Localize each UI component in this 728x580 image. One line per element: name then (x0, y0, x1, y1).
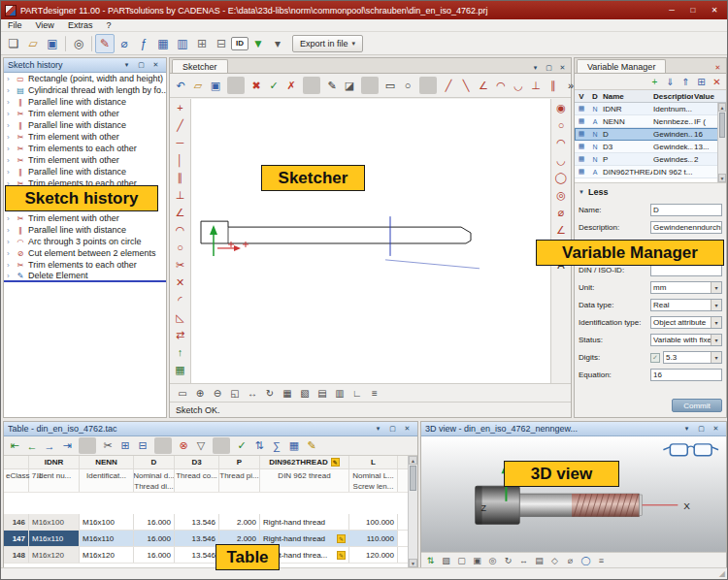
panel-menu-icon[interactable]: ▾ (120, 60, 133, 71)
formula-icon[interactable]: ƒ (134, 34, 153, 53)
parallel-line-tool-icon[interactable]: ∥ (172, 169, 189, 186)
panel-menu-icon[interactable]: ▾ (680, 424, 693, 435)
history-item[interactable]: › ∥ Parallel line with distance (4, 166, 166, 177)
export-in-file-button[interactable]: Export in file ▾ (292, 35, 363, 52)
pan-3d-icon[interactable]: ↔ (516, 554, 531, 567)
col-din962thread[interactable]: DIN962THREAD ✎ (260, 456, 349, 468)
undo-icon[interactable]: ↶ (172, 77, 189, 94)
grid-snap-icon[interactable]: ▦ (172, 361, 189, 378)
equation-input[interactable]: 16 (650, 369, 722, 381)
variable-row[interactable]: ▦ N IDNR Identnum... (575, 103, 726, 115)
arc-3p-tool-icon[interactable]: ◡ (510, 77, 527, 94)
float-panel-icon[interactable]: ▢ (695, 424, 708, 435)
trim-element-tool-icon[interactable]: ✂ (172, 256, 189, 274)
scrollbar-thumb[interactable] (719, 113, 725, 138)
last-row-icon[interactable]: ⇥ (58, 437, 76, 454)
cut-icon[interactable]: ✂ (99, 437, 116, 454)
zoom-out-icon[interactable]: ⊖ (209, 385, 226, 402)
col-idnr[interactable]: IDNR (29, 456, 80, 468)
status-select[interactable]: Variable with fixed values ▾ (650, 334, 722, 346)
delete-row-icon[interactable]: ⊗ (175, 437, 192, 454)
open-folder-icon[interactable]: ▱ (23, 34, 43, 53)
circle-2p-icon[interactable]: ○ (552, 116, 570, 134)
resize-grip-icon[interactable]: ◢ (719, 569, 725, 578)
table-row[interactable]: 147 M16x110 M16x110 16.000 13.546 2.000 … (4, 531, 408, 547)
edit-mode-icon[interactable]: ✎ (303, 437, 320, 454)
tab-sketcher[interactable]: Sketcher (172, 59, 228, 73)
diameter-dimension-icon[interactable]: ⌀ (552, 204, 570, 221)
history-item[interactable]: › ⊘ Cut element between 2 elements (4, 247, 166, 259)
add-variable-icon[interactable]: + (647, 75, 662, 89)
arc-tool-icon[interactable]: ◠ (492, 77, 510, 94)
arc-center-tool-icon[interactable]: ◠ (172, 221, 189, 239)
zoom-in-icon[interactable]: ⊕ (191, 385, 209, 402)
snap-toggle-icon[interactable]: ▧ (296, 385, 314, 402)
scroll-up-icon[interactable]: ▲ (409, 456, 417, 465)
float-panel-icon[interactable]: ▢ (386, 424, 399, 435)
col-nenn[interactable]: NENN (80, 456, 134, 468)
ruler-icon[interactable]: ▤ (314, 385, 331, 402)
scroll-down-icon[interactable]: ▼ (718, 174, 726, 182)
sketcher-mode-icon[interactable]: ✎ (95, 34, 115, 53)
col-p[interactable]: P (219, 456, 260, 468)
circle-center-tool-icon[interactable]: ○ (172, 239, 189, 256)
scrollbar-thumb[interactable] (410, 466, 416, 491)
tab-variable-manager[interactable]: Variable Manager (577, 59, 666, 73)
angle-dimension-icon[interactable]: ∠ (552, 221, 570, 239)
settings-3d-icon[interactable]: ≡ (594, 554, 609, 567)
circle-tool-icon[interactable]: ○ (399, 77, 416, 94)
menu-help[interactable]: ? (99, 19, 117, 32)
save-sketch-icon[interactable]: ▣ (207, 77, 224, 94)
measure-3d-icon[interactable]: ⌀ (563, 554, 578, 567)
split-element-tool-icon[interactable]: ✕ (172, 274, 189, 291)
data-type-select[interactable]: Real ▾ (650, 299, 722, 311)
3d-viewport[interactable]: Z X (421, 436, 726, 552)
dimension-icon[interactable]: ⌀ (115, 34, 134, 53)
shaded-icon[interactable]: ▣ (470, 554, 484, 567)
history-item[interactable]: › ✂ Trim elements to each other (4, 259, 166, 271)
scroll-down-icon[interactable]: ▼ (409, 559, 417, 567)
grid-view-icon[interactable]: ▦ (153, 34, 173, 53)
rotate-3d-icon[interactable]: ↻ (501, 554, 515, 567)
copy-variable-icon[interactable]: ⊞ (694, 75, 709, 89)
close-panel-icon[interactable]: ✕ (149, 60, 162, 71)
copy-icon[interactable]: ⊞ (116, 437, 134, 454)
link-icon[interactable]: ⊞ (192, 34, 212, 53)
identification-type-select[interactable]: Object attribute ▾ (650, 316, 722, 329)
history-item[interactable]: › ✎ Delete Element (4, 271, 166, 282)
chamfer-tool-icon[interactable]: ◺ (172, 308, 189, 326)
panel-menu-icon[interactable]: ▾ (372, 424, 384, 435)
menu-file[interactable]: File (1, 19, 29, 32)
export-variables-icon[interactable]: ⇑ (678, 75, 693, 89)
zoom-window-icon[interactable]: ◱ (226, 385, 244, 402)
accept-dropdown-icon[interactable]: ▼ (248, 34, 268, 53)
table-scrollbar[interactable]: ▲ ▼ (408, 456, 417, 567)
history-item[interactable]: › ✂ Trim element with other (4, 131, 166, 143)
name-input[interactable]: D (650, 204, 722, 216)
close-panel-icon[interactable]: ✕ (710, 424, 722, 435)
parallel-tool-icon[interactable]: ∥ (545, 77, 562, 94)
sum-icon[interactable]: ∑ (268, 437, 285, 454)
line-tool-icon[interactable]: ╱ (440, 77, 457, 94)
history-item[interactable]: › ✂ Trim element with other (4, 212, 166, 224)
digits-checkbox[interactable]: ✓ (650, 353, 660, 363)
table-row[interactable]: 146 M16x100 M16x100 16.000 13.546 2.000 … (4, 514, 408, 531)
validate-table-icon[interactable]: ✓ (233, 437, 250, 454)
direction-arrow-icon[interactable]: ↑ (172, 343, 189, 361)
new-file-icon[interactable]: ❏ (4, 34, 23, 53)
variable-row[interactable]: ▦ N D3 Gewindek... 13... (575, 141, 726, 153)
commit-button[interactable]: Commit (672, 399, 722, 412)
col-d3[interactable]: D3 (175, 456, 219, 468)
table-row[interactable]: 148 M16x120 M16x120 16.000 13.546 2.000 … (4, 547, 408, 564)
zoom-fit-3d-icon[interactable]: ◎ (485, 554, 500, 567)
variable-row[interactable]: ▦ A NENN Nennbeze... IF ( (575, 115, 726, 128)
close-panel-icon[interactable]: ✕ (401, 424, 414, 435)
eraser-tool-icon[interactable]: ◪ (341, 77, 358, 94)
line-2p-tool-icon[interactable]: ╱ (172, 116, 189, 134)
digits-select[interactable]: 5.3 ▾ (663, 351, 722, 364)
circle-center-radius-icon[interactable]: ◉ (552, 99, 570, 116)
history-item[interactable]: › ◠ Arc through 3 points on circle (4, 236, 166, 247)
wireframe-icon[interactable]: ▢ (454, 554, 469, 567)
sort-rows-icon[interactable]: ⇅ (250, 437, 268, 454)
arc-center-icon[interactable]: ◠ (552, 134, 570, 151)
